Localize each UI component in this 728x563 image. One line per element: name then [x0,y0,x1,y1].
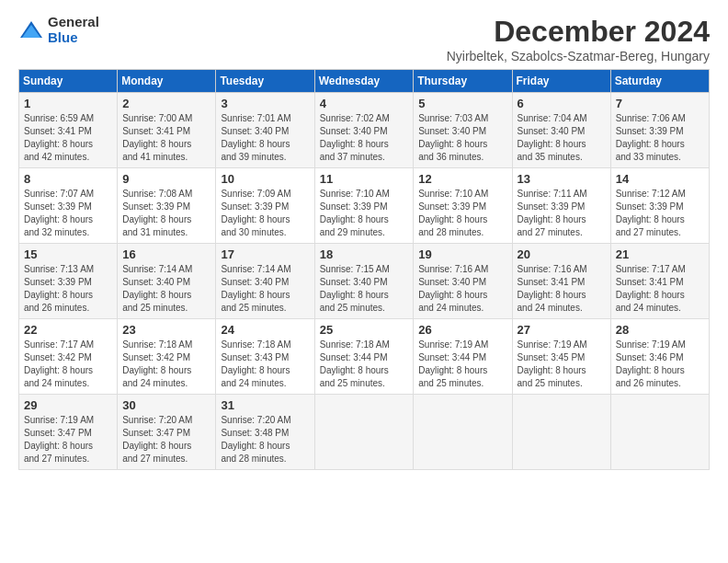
day-number: 31 [221,398,309,412]
day-number: 17 [221,247,309,261]
week-row-5: 29Sunrise: 7:19 AM Sunset: 3:47 PM Dayli… [19,395,710,470]
week-row-3: 15Sunrise: 7:13 AM Sunset: 3:39 PM Dayli… [19,244,710,319]
day-number: 24 [221,323,309,337]
day-cell: 12Sunrise: 7:10 AM Sunset: 3:39 PM Dayli… [414,168,512,244]
day-cell: 18Sunrise: 7:15 AM Sunset: 3:40 PM Dayli… [314,244,414,319]
calendar-table: SundayMondayTuesdayWednesdayThursdayFrid… [18,69,710,470]
logo-text: General Blue [48,15,99,45]
day-number: 22 [24,323,112,337]
day-info: Sunrise: 7:15 AM Sunset: 3:40 PM Dayligh… [320,263,409,315]
day-info: Sunrise: 7:11 AM Sunset: 3:39 PM Dayligh… [518,188,606,239]
day-info: Sunrise: 7:01 AM Sunset: 3:40 PM Dayligh… [221,112,309,164]
day-number: 19 [418,247,506,261]
day-cell: 9Sunrise: 7:08 AM Sunset: 3:39 PM Daylig… [118,168,216,244]
day-info: Sunrise: 7:09 AM Sunset: 3:39 PM Dayligh… [221,188,309,239]
day-number: 13 [518,172,606,186]
day-number: 14 [616,172,704,186]
day-cell: 17Sunrise: 7:14 AM Sunset: 3:40 PM Dayli… [216,244,314,319]
day-cell: 28Sunrise: 7:19 AM Sunset: 3:46 PM Dayli… [610,319,709,395]
calendar-body: 1Sunrise: 6:59 AM Sunset: 3:41 PM Daylig… [19,93,710,470]
day-number: 30 [122,398,210,412]
day-info: Sunrise: 7:20 AM Sunset: 3:47 PM Dayligh… [122,414,210,465]
day-info: Sunrise: 7:17 AM Sunset: 3:42 PM Dayligh… [24,339,112,390]
day-cell: 16Sunrise: 7:14 AM Sunset: 3:40 PM Dayli… [118,244,216,319]
day-number: 3 [221,97,309,110]
day-cell: 30Sunrise: 7:20 AM Sunset: 3:47 PM Dayli… [118,395,216,470]
day-cell: 31Sunrise: 7:20 AM Sunset: 3:48 PM Dayli… [216,395,314,470]
subtitle: Nyirbeltek, Szabolcs-Szatmar-Bereg, Hung… [447,49,710,63]
day-number: 1 [24,97,112,110]
day-info: Sunrise: 7:19 AM Sunset: 3:44 PM Dayligh… [418,339,506,390]
main-title: December 2024 [447,15,710,49]
day-number: 5 [418,97,506,110]
week-row-2: 8Sunrise: 7:07 AM Sunset: 3:39 PM Daylig… [19,168,710,244]
day-cell [414,395,512,470]
logo-blue: Blue [48,30,99,46]
day-cell: 24Sunrise: 7:18 AM Sunset: 3:43 PM Dayli… [216,319,314,395]
day-number: 10 [221,172,309,186]
day-cell: 8Sunrise: 7:07 AM Sunset: 3:39 PM Daylig… [19,168,118,244]
logo-general: General [48,15,99,30]
day-info: Sunrise: 7:20 AM Sunset: 3:48 PM Dayligh… [221,414,309,465]
day-number: 9 [122,172,210,186]
day-info: Sunrise: 7:18 AM Sunset: 3:44 PM Dayligh… [320,339,409,390]
day-cell: 2Sunrise: 7:00 AM Sunset: 3:41 PM Daylig… [118,93,216,168]
day-info: Sunrise: 7:10 AM Sunset: 3:39 PM Dayligh… [418,188,506,239]
day-cell: 4Sunrise: 7:02 AM Sunset: 3:40 PM Daylig… [314,93,414,168]
day-cell: 26Sunrise: 7:19 AM Sunset: 3:44 PM Dayli… [414,319,512,395]
day-number: 21 [616,247,704,261]
day-number: 28 [616,323,704,337]
day-cell [610,395,709,470]
day-info: Sunrise: 7:16 AM Sunset: 3:41 PM Dayligh… [518,263,606,315]
day-cell: 15Sunrise: 7:13 AM Sunset: 3:39 PM Dayli… [19,244,118,319]
day-number: 2 [122,97,210,110]
column-header-monday: Monday [118,70,216,93]
day-number: 27 [518,323,606,337]
day-cell: 23Sunrise: 7:18 AM Sunset: 3:42 PM Dayli… [118,319,216,395]
day-number: 18 [320,247,409,261]
day-info: Sunrise: 7:18 AM Sunset: 3:43 PM Dayligh… [221,339,309,390]
day-info: Sunrise: 7:19 AM Sunset: 3:46 PM Dayligh… [616,339,704,390]
day-cell: 22Sunrise: 7:17 AM Sunset: 3:42 PM Dayli… [19,319,118,395]
day-cell: 19Sunrise: 7:16 AM Sunset: 3:40 PM Dayli… [414,244,512,319]
day-info: Sunrise: 7:19 AM Sunset: 3:45 PM Dayligh… [518,339,606,390]
day-cell: 21Sunrise: 7:17 AM Sunset: 3:41 PM Dayli… [610,244,709,319]
day-info: Sunrise: 7:14 AM Sunset: 3:40 PM Dayligh… [221,263,309,315]
column-header-sunday: Sunday [19,70,118,93]
week-row-4: 22Sunrise: 7:17 AM Sunset: 3:42 PM Dayli… [19,319,710,395]
day-info: Sunrise: 7:14 AM Sunset: 3:40 PM Dayligh… [122,263,210,315]
day-number: 7 [616,97,704,110]
day-number: 8 [24,172,112,186]
column-header-friday: Friday [512,70,610,93]
day-info: Sunrise: 7:10 AM Sunset: 3:39 PM Dayligh… [320,188,409,239]
day-cell: 14Sunrise: 7:12 AM Sunset: 3:39 PM Dayli… [610,168,709,244]
day-info: Sunrise: 7:03 AM Sunset: 3:40 PM Dayligh… [418,112,506,164]
day-cell: 29Sunrise: 7:19 AM Sunset: 3:47 PM Dayli… [19,395,118,470]
day-info: Sunrise: 7:17 AM Sunset: 3:41 PM Dayligh… [616,263,704,315]
day-cell: 5Sunrise: 7:03 AM Sunset: 3:40 PM Daylig… [414,93,512,168]
calendar-header: SundayMondayTuesdayWednesdayThursdayFrid… [19,70,710,93]
day-number: 11 [320,172,409,186]
day-number: 12 [418,172,506,186]
column-header-tuesday: Tuesday [216,70,314,93]
day-cell: 7Sunrise: 7:06 AM Sunset: 3:39 PM Daylig… [610,93,709,168]
column-header-thursday: Thursday [414,70,512,93]
day-info: Sunrise: 7:02 AM Sunset: 3:40 PM Dayligh… [320,112,409,164]
day-number: 26 [418,323,506,337]
day-cell: 10Sunrise: 7:09 AM Sunset: 3:39 PM Dayli… [216,168,314,244]
day-number: 29 [24,398,112,412]
day-info: Sunrise: 7:13 AM Sunset: 3:39 PM Dayligh… [24,263,112,315]
day-number: 6 [518,97,606,110]
day-cell: 27Sunrise: 7:19 AM Sunset: 3:45 PM Dayli… [512,319,610,395]
day-info: Sunrise: 7:06 AM Sunset: 3:39 PM Dayligh… [616,112,704,164]
day-cell: 25Sunrise: 7:18 AM Sunset: 3:44 PM Dayli… [314,319,414,395]
day-info: Sunrise: 7:00 AM Sunset: 3:41 PM Dayligh… [122,112,210,164]
day-cell: 13Sunrise: 7:11 AM Sunset: 3:39 PM Dayli… [512,168,610,244]
day-number: 23 [122,323,210,337]
column-header-saturday: Saturday [610,70,709,93]
day-cell: 11Sunrise: 7:10 AM Sunset: 3:39 PM Dayli… [314,168,414,244]
day-info: Sunrise: 7:08 AM Sunset: 3:39 PM Dayligh… [122,188,210,239]
day-info: Sunrise: 7:04 AM Sunset: 3:40 PM Dayligh… [518,112,606,164]
day-info: Sunrise: 6:59 AM Sunset: 3:41 PM Dayligh… [24,112,112,164]
title-area: December 2024 Nyirbeltek, Szabolcs-Szatm… [447,15,710,63]
